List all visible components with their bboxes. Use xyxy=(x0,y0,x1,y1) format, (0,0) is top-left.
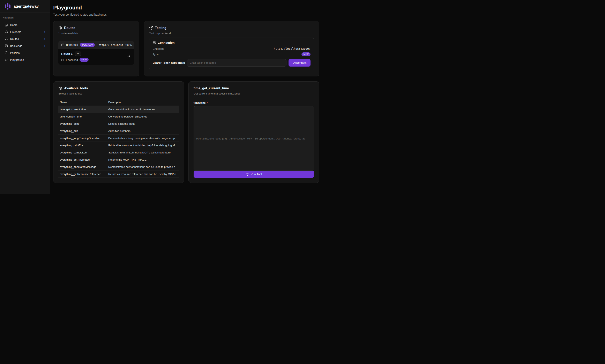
nav-divider xyxy=(2,66,47,66)
server-icon xyxy=(61,43,64,46)
listener-row: unnamed Port 3000 http://localhost:3000/ xyxy=(58,41,134,49)
type-badge: MCP xyxy=(302,52,311,56)
send-icon xyxy=(246,173,249,176)
tool-name: everything_printEnv xyxy=(58,144,107,147)
gear-icon xyxy=(58,87,62,90)
table-row-everything-printenv[interactable]: everything_printEnv Prints all environme… xyxy=(58,142,179,149)
tool-runner-subtitle: Get current time in a specific timezones xyxy=(194,92,314,95)
testing-card-subtitle: Test mcp backend xyxy=(149,32,314,35)
tool-description: Samples from an LLM using MCP's sampling… xyxy=(107,151,179,154)
sidebar-item-policies[interactable]: Policies xyxy=(2,49,47,56)
endpoint-label: Endpoint: xyxy=(153,47,164,50)
tool-description: Returns the MCP_TINY_IMAGE xyxy=(107,158,179,161)
bearer-token-input[interactable] xyxy=(187,59,287,66)
page-subtitle: Test your configured routes and backends xyxy=(53,13,319,16)
tool-description: Prints all environment variables, helpfu… xyxy=(107,144,179,147)
table-row-time-convert-time[interactable]: time_convert_time Convert time between t… xyxy=(58,113,179,120)
tool-description: Returns a resource reference that can be… xyxy=(107,172,179,176)
table-row-everything-samplellm[interactable]: everything_sampleLLM Samples from an LLM… xyxy=(58,149,179,156)
listener-url: http://localhost:3000/ xyxy=(98,43,132,46)
type-label: Type: xyxy=(153,52,159,56)
sidebar-item-label: Home xyxy=(10,23,45,26)
tool-runner-title: time_get_current_time xyxy=(194,87,314,90)
listeners-count-badge: 1 xyxy=(44,30,45,34)
sidebar: agentgateway Navigation Home Listeners 1… xyxy=(0,0,50,194)
server-icon xyxy=(4,44,8,47)
sidebar-item-playground[interactable]: Playground xyxy=(2,56,47,63)
table-row-everything-add[interactable]: everything_add Adds two numbers xyxy=(58,127,179,135)
sidebar-item-backends[interactable]: Backends 1 xyxy=(2,42,47,49)
tool-description: Get current time in a specific timezones xyxy=(107,108,179,111)
tool-description: Convert time between timezones xyxy=(107,115,179,118)
tools-table-header: Name Description xyxy=(58,101,179,106)
tool-name: everything_longRunningOperation xyxy=(58,137,107,140)
testing-card: Testing Test mcp backend Connection Endp… xyxy=(144,21,319,77)
sidebar-item-label: Playground xyxy=(10,58,45,61)
table-row-everything-annotatedmessage[interactable]: everything_annotatedMessage Demonstrates… xyxy=(58,163,179,170)
table-row-everything-gettinyimage[interactable]: everything_getTinyImage Returns the MCP_… xyxy=(58,156,179,163)
sidebar-item-label: Backends xyxy=(10,44,42,47)
sidebar-item-label: Policies xyxy=(10,51,45,54)
connection-title: Connection xyxy=(158,41,175,44)
table-row-everything-getresourcereference[interactable]: everything_getResourceReference Returns … xyxy=(58,170,179,178)
run-tool-button[interactable]: Run Tool xyxy=(194,171,314,178)
timezone-input[interactable] xyxy=(194,106,314,171)
tool-description: Adds two numbers xyxy=(107,130,179,132)
endpoint-value: http://localhost:3000/ xyxy=(274,47,311,50)
sidebar-item-home[interactable]: Home xyxy=(2,21,47,28)
listener-group: unnamed Port 3000 http://localhost:3000/… xyxy=(58,41,134,65)
route-path-badge: /* xyxy=(75,52,81,56)
sidebar-item-listeners[interactable]: Listeners 1 xyxy=(2,28,47,35)
table-row-everything-longrunningoperation[interactable]: everything_longRunningOperation Demonstr… xyxy=(58,135,179,142)
sidebar-item-label: Listeners xyxy=(10,30,42,34)
required-asterisk: * xyxy=(207,101,208,104)
globe-icon xyxy=(58,26,62,30)
tool-name: everything_getTinyImage xyxy=(58,158,107,161)
home-icon xyxy=(4,23,8,26)
tool-description: Demonstrates a long running operation wi… xyxy=(107,137,179,140)
route-row[interactable]: Route 1 /* 1 backend MCP xyxy=(58,49,134,65)
tool-runner-card: time_get_current_time Get current time i… xyxy=(188,81,319,183)
column-header-description: Description xyxy=(107,101,179,104)
column-header-name: Name xyxy=(58,101,107,104)
tool-description: Echoes back the input xyxy=(107,122,179,125)
timezone-field-label: timezone xyxy=(194,101,206,104)
sidebar-nav: Navigation Home Listeners 1 Routes 1 xyxy=(0,13,50,66)
tool-name: everything_annotatedMessage xyxy=(58,165,107,169)
server-icon xyxy=(153,41,156,44)
sidebar-item-routes[interactable]: Routes 1 xyxy=(2,35,47,42)
table-row-everything-echo[interactable]: everything_echo Echoes back the input xyxy=(58,120,179,127)
bearer-token-label: Bearer Token (Optional): xyxy=(153,61,185,64)
tool-name: time_get_current_time xyxy=(58,108,107,111)
route-backends-count: 1 backend xyxy=(66,58,78,61)
routes-card: Routes 1 route available unnamed Port 30… xyxy=(53,21,139,77)
disconnect-button[interactable]: Disconnect xyxy=(289,59,311,66)
tool-name: everything_add xyxy=(58,130,107,132)
main-content: Playground Test your configured routes a… xyxy=(50,0,322,194)
tool-name: everything_getResourceReference xyxy=(58,172,107,176)
agentgateway-logo-icon xyxy=(4,2,12,10)
arrow-right-icon xyxy=(127,54,131,59)
shield-icon xyxy=(4,51,8,54)
run-tool-label: Run Tool xyxy=(250,172,262,176)
headphones-icon xyxy=(4,30,8,34)
available-tools-card: Available Tools Select a tools to use Na… xyxy=(53,81,184,183)
port-badge: Port 3000 xyxy=(80,43,95,47)
connection-box: Connection Endpoint: http://localhost:30… xyxy=(149,38,314,70)
tools-table: Name Description time_get_current_time G… xyxy=(58,101,179,178)
tool-name: time_convert_time xyxy=(58,115,107,118)
route-name: Route 1 xyxy=(61,52,73,55)
send-icon xyxy=(149,26,153,30)
table-row-time-get-current-time[interactable]: time_get_current_time Get current time i… xyxy=(58,106,179,113)
sidebar-item-label: Routes xyxy=(10,37,42,40)
route-protocol-badge: MCP xyxy=(79,58,89,62)
brand-name: agentgateway xyxy=(13,4,39,9)
listener-name: unnamed xyxy=(66,43,78,46)
tools-card-subtitle: Select a tools to use xyxy=(58,92,179,95)
server-icon xyxy=(61,59,64,61)
page-title: Playground xyxy=(53,4,319,11)
brand: agentgateway xyxy=(0,0,50,13)
routes-card-title: Routes xyxy=(64,26,75,30)
tool-name: everything_sampleLLM xyxy=(58,151,107,154)
route-icon xyxy=(4,37,8,40)
